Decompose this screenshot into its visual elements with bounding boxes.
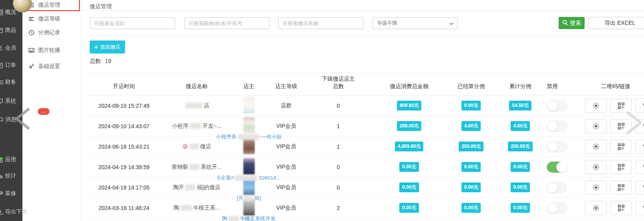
sidebar-item-orders[interactable]: 订单: [0, 62, 16, 69]
link-button[interactable]: [635, 180, 644, 195]
disable-cell: [547, 203, 578, 214]
sub-owner-count: 1: [307, 123, 370, 129]
col-total-commission: 累计分佣: [494, 83, 547, 95]
decorate-icon: [0, 191, 3, 197]
sidebar-item-label: 概况: [5, 9, 16, 16]
next-chevron-icon[interactable]: [626, 110, 644, 136]
miniprogram-code-button[interactable]: [585, 180, 607, 195]
link-button[interactable]: [635, 201, 644, 215]
submenu-item-label: 图片轮播: [38, 47, 60, 54]
sidebar-item-apps[interactable]: 应用: [0, 156, 16, 163]
link-button[interactable]: [635, 140, 644, 154]
settled-amount: 0.00元: [448, 101, 494, 110]
message-count-badge: ...: [38, 108, 50, 115]
sidebar-collapse-chevron-icon[interactable]: [13, 107, 31, 132]
qrcode-button[interactable]: [610, 180, 632, 195]
settled-amount: 0.00元: [448, 162, 494, 172]
miniprogram-code-button[interactable]: [585, 119, 607, 133]
col-consume-total: 微店消费总金额: [370, 83, 448, 95]
search-button-label: 搜索: [570, 20, 581, 27]
qrcode-icon: [618, 164, 625, 171]
shop-name: 小程序开发~...: [161, 123, 232, 130]
settled-amount: 4.60元: [448, 121, 494, 131]
sidebar-item-decorate[interactable]: 装修: [0, 190, 16, 197]
censored-blur: [235, 175, 258, 181]
disable-toggle[interactable]: [547, 203, 567, 214]
col-open-time: 开店时间: [87, 83, 161, 95]
disable-toggle[interactable]: [547, 121, 567, 132]
toggle-knob: [547, 141, 558, 152]
sidebar-item-system[interactable]: 系统: [0, 98, 16, 105]
submenu-item-label: 分佣记录: [38, 29, 60, 36]
sidebar-item-export-download[interactable]: 导出下载: [0, 208, 27, 215]
nickname-search-input[interactable]: [184, 17, 269, 29]
disable-cell: [547, 162, 578, 173]
settled-amount: 200.00元: [448, 142, 494, 151]
sidebar-item-members[interactable]: 会员: [0, 44, 16, 52]
sidebar-item-finance[interactable]: 财务: [0, 79, 16, 86]
miniprogram-code-icon: [592, 143, 600, 151]
disable-cell: [547, 182, 578, 193]
miniprogram-code-icon: [592, 122, 600, 130]
sidebar-item-overview[interactable]: 概况: [0, 9, 16, 16]
goods-icon: [0, 28, 3, 33]
clock-icon: [28, 29, 35, 36]
level-select-value: 等级不限: [377, 20, 397, 27]
disable-toggle[interactable]: [547, 141, 567, 152]
owner-name-link[interactable]: 陶牛模王系统开发: [222, 215, 276, 221]
shop-name-search-input[interactable]: [278, 17, 364, 29]
submenu-item-commission-records[interactable]: 分佣记录: [22, 28, 81, 37]
miniprogram-code-button[interactable]: [585, 99, 607, 113]
censored-blur: [229, 216, 239, 221]
disable-toggle[interactable]: [547, 100, 567, 111]
toggle-knob: [556, 162, 567, 173]
open-time: 2024-09-10 14:43:07: [87, 123, 161, 129]
submenu-item-weidian-level[interactable]: 微店等级: [22, 15, 81, 23]
owner-avatar: [243, 158, 255, 175]
qrcode-button[interactable]: [610, 160, 632, 174]
qrcode-button[interactable]: [610, 140, 632, 154]
owner-name-link[interactable]: 小程序系~~何小姐: [216, 133, 282, 140]
total-commission-amount: 0.00元: [494, 203, 547, 213]
col-settled: 已结算分佣: [448, 83, 494, 95]
member-id-search-input[interactable]: [90, 17, 175, 29]
open-time: 2024-04-19 14:39:59: [87, 164, 161, 170]
miniprogram-code-button[interactable]: [585, 160, 607, 174]
table-header-row: 开店时间 微店名称 店主 店主等级 下级微店店主总数 微店消费总金额 已结算分佣…: [87, 72, 644, 96]
search-button[interactable]: 搜索: [559, 17, 585, 29]
level-select[interactable]: 等级不限: [373, 17, 458, 29]
submenu-item-image-carousel[interactable]: 图片轮播: [22, 46, 81, 55]
submenu-item-basic-settings[interactable]: 基础设置: [22, 62, 81, 71]
censored-blur: [180, 205, 192, 211]
owner-level: 店群: [266, 102, 307, 109]
total-label: 总数:: [90, 58, 102, 64]
consume-amount: 809.80元: [370, 101, 448, 110]
gears-icon: [28, 63, 35, 70]
disable-toggle[interactable]: [547, 162, 567, 173]
image-icon: [28, 47, 35, 53]
link-button[interactable]: [635, 160, 644, 174]
miniprogram-code-button[interactable]: [585, 201, 607, 215]
shop-name: 店: [161, 102, 232, 109]
export-excel-button[interactable]: 导出 EXCEL: [589, 17, 644, 29]
open-time: 2024-03-18 11:48:24: [87, 205, 161, 211]
sidebar-item-stats[interactable]: 统计: [0, 172, 16, 179]
disable-cell: [547, 141, 578, 152]
censored-blur: [190, 144, 199, 149]
weidian-admin-screen: { "sidebar": { "items": [ {"label":"概况",…: [0, 0, 644, 221]
qrcode-button[interactable]: [610, 201, 632, 215]
owner-name-link[interactable]: E企盈#526014...: [217, 174, 280, 181]
owner-level: VIP会员: [266, 204, 307, 212]
owner-name-link[interactable]: [开福]: [237, 195, 261, 202]
disable-toggle[interactable]: [547, 182, 567, 193]
disable-cell: [547, 121, 578, 132]
total-commission-amount: 0.00元: [494, 162, 547, 172]
sidebar-item-goods[interactable]: 商品: [0, 27, 16, 34]
table-row: 2024-09-10 15:27:49 店 店群 0 809.80元 0.00元…: [87, 96, 644, 116]
qrcode-icon: [618, 143, 625, 150]
sidebar-item-label: 装修: [5, 190, 16, 197]
sub-owner-count: 0: [307, 184, 370, 191]
miniprogram-code-button[interactable]: [585, 140, 607, 154]
col-owner-level: 店主等级: [266, 83, 307, 95]
add-shop-button[interactable]: + 添加微店: [90, 41, 125, 53]
